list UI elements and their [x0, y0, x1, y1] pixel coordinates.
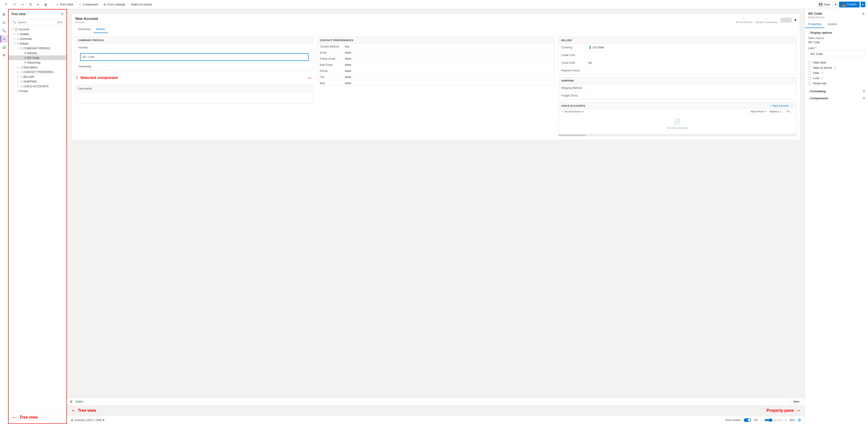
follow-email-label: Follow Email [320, 57, 345, 60]
tree-item-header[interactable]: ▷ □ Header [9, 32, 66, 36]
tree-item-details[interactable]: ▽ □ Details [9, 41, 66, 46]
tab-properties[interactable]: Properties [805, 21, 825, 28]
read-only-checkbox[interactable] [808, 82, 811, 85]
shipping-method-row[interactable]: Shipping Method ··· [559, 84, 796, 92]
tree-item-contact-prefs[interactable]: ▷ □ CONTACT PREFEREN... [9, 70, 66, 74]
billing-section: BILLING Currency 💲 US Dollar Credit Limi… [558, 37, 796, 75]
label-input[interactable] [808, 51, 865, 57]
hide-on-phone-checkbox[interactable] [808, 66, 811, 69]
more-options-icon: ⋮ [790, 104, 793, 107]
phone-row[interactable]: Phone Allow [317, 68, 555, 74]
mail-row[interactable]: Mail Allow [317, 80, 555, 86]
tree-item-footer[interactable]: □ Footer [9, 89, 66, 93]
toggle-state-label: Off [754, 419, 757, 422]
tree-item-ownership[interactable]: ≡ Ownership [9, 60, 66, 65]
components-header[interactable]: ↓ Components ▽ [808, 97, 865, 100]
zoom-slider[interactable] [765, 418, 782, 422]
tree-item-industry[interactable]: ≡ Industry [9, 51, 66, 56]
freight-terms-row[interactable]: Freight Terms ··· [559, 92, 796, 99]
col-pri: Pri... [786, 110, 793, 113]
tree-item-child-accounts[interactable]: ▷ □ CHILD ACCOUNTS [9, 84, 66, 89]
tree-item-summary[interactable]: ▷ □ Summary [9, 36, 66, 41]
subsection-icon: □ [21, 66, 23, 69]
formatting-header[interactable]: ↓ Formatting ▽ [808, 90, 865, 93]
num-employees-dots: ··· [765, 17, 769, 21]
filter-button[interactable]: ⊟ [57, 21, 60, 24]
email-row[interactable]: Email Allow [317, 50, 555, 56]
credit-limit-row[interactable]: Credit Limit ··· [559, 51, 796, 59]
publish-button[interactable]: 📤 Publish [839, 2, 860, 7]
search-icon-btn[interactable]: 🔍 [0, 27, 8, 34]
tree-item-account[interactable]: ▽ 📋 Account [9, 27, 66, 32]
status-badge: Active [75, 400, 84, 403]
tree-item-sic-code[interactable]: ≡ SIC Code [9, 56, 66, 60]
redo-button[interactable]: ↷ [11, 2, 18, 7]
display-options-header[interactable]: ↓ Display options [808, 31, 865, 34]
grid-icon-btn[interactable]: ⊡ [0, 19, 8, 26]
lock-checkbox[interactable] [808, 77, 811, 80]
copy-button[interactable]: ⧉ [27, 2, 34, 7]
prop-close-button[interactable]: ✕ [862, 12, 865, 16]
form-field-button[interactable]: ＋ Form field [53, 2, 75, 7]
tree-item-company-profile[interactable]: ▽ □ COMPANY PROFILE [9, 46, 66, 51]
toggle-switch[interactable] [744, 418, 751, 422]
component-button[interactable]: ＋ Component [76, 2, 100, 7]
toggle-track[interactable] [744, 418, 751, 422]
search-input[interactable] [18, 21, 56, 24]
section-icon: □ [17, 37, 19, 40]
industry-value: ··· [105, 46, 310, 49]
currency-row[interactable]: Currency 💲 US Dollar [559, 44, 796, 51]
follow-email-row[interactable]: Follow Email Allow [317, 56, 555, 62]
tab-details[interactable]: Details [93, 26, 108, 33]
sic-code-selected-field[interactable]: SIC Code ··· [80, 53, 309, 61]
delete-button[interactable]: 🗑 [42, 2, 50, 7]
sic-code-label: SIC Code [82, 56, 110, 59]
settings-icon-btn[interactable]: ⚙ [0, 52, 8, 59]
horizontal-scrollbar[interactable] [559, 134, 796, 136]
company-profile-header: COMPANY PROFILE [75, 37, 313, 44]
tab-events[interactable]: Events [825, 21, 840, 28]
new-account-button[interactable]: + New Account [771, 104, 788, 107]
prop-content: ↓ Display options Table column SIC Code … [805, 28, 868, 424]
fax-row[interactable]: Fax Allow [317, 74, 555, 80]
formatting-section: ↓ Formatting ▽ [808, 90, 865, 93]
contact-method-row[interactable]: Contact Method Any [317, 44, 555, 50]
form-expand-button[interactable]: ▾ [795, 18, 796, 22]
sort-button[interactable]: ▾ [61, 21, 62, 24]
currency-icon: 💲 [588, 46, 592, 49]
device-dropdown-button[interactable]: ▾ [103, 419, 104, 422]
save-button[interactable]: 💾 Save [816, 2, 833, 7]
undo-button[interactable]: ↶ [3, 2, 10, 7]
tree-item-description[interactable]: ▷ □ Description [9, 65, 66, 70]
hide-checkbox[interactable] [808, 71, 811, 75]
data-icon-btn[interactable]: 📊 [0, 43, 8, 51]
phone-label: Phone [320, 69, 345, 73]
switch-to-classic-button[interactable]: Switch to classic [128, 2, 155, 7]
hide-label-checkbox[interactable] [808, 61, 811, 64]
tree-item-billing[interactable]: ▷ □ BILLING [9, 74, 66, 79]
payment-terms-row[interactable]: Payment Terms ··· [559, 67, 796, 74]
credit-hold-row[interactable]: Credit Hold No [559, 59, 796, 67]
publish-split-button[interactable]: ▾ [861, 2, 865, 7]
bulk-email-row[interactable]: Bulk Email Allow [317, 62, 555, 68]
tab-summary[interactable]: Summary [75, 26, 93, 33]
cut-button[interactable]: ✂ [19, 2, 26, 7]
save-split-button[interactable]: ▾ [834, 2, 838, 7]
industry-field-row[interactable]: Industry ··· [75, 44, 313, 51]
form-title: New Account [75, 17, 98, 21]
layers-icon-btn[interactable]: ≡ [0, 35, 8, 42]
plus-icon: + [785, 419, 787, 422]
prop-header: SIC Code Single-line text ✕ [805, 9, 868, 21]
tree-item-label: Account [19, 28, 65, 31]
canvas-save-button[interactable]: Save [791, 399, 802, 404]
tree-close-button[interactable]: ✕ [61, 12, 64, 16]
home-icon-btn[interactable]: ⊞ [0, 11, 8, 18]
copy-dropdown-button[interactable]: ▾ [35, 2, 41, 7]
form-settings-button[interactable]: ⚙ Form settings [101, 2, 128, 7]
bottom-bar-right: Show Hidden Off − + 66% 🌐 [725, 418, 801, 422]
bulk-email-value: Allow [345, 63, 351, 66]
company-profile-section: COMPANY PROFILE Industry ··· SIC Code ·· [75, 37, 313, 70]
ownership-field-row[interactable]: Ownership ··· [75, 63, 313, 70]
tree-item-shipping[interactable]: ▷ □ SHIPPING [9, 79, 66, 84]
minus-icon: − [760, 419, 762, 422]
